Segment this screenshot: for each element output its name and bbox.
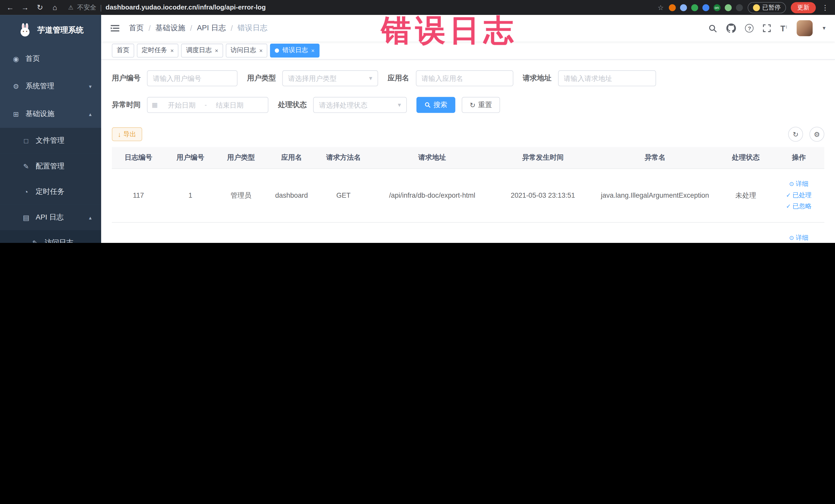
user-avatar[interactable] bbox=[797, 20, 813, 36]
search-button[interactable]: 搜索 bbox=[416, 97, 455, 113]
tab-item[interactable]: 定时任务 × bbox=[137, 43, 179, 57]
column-header: 异常名 bbox=[592, 147, 718, 168]
help-icon[interactable]: ? bbox=[745, 24, 754, 32]
end-date-input[interactable] bbox=[208, 101, 251, 109]
detail-link[interactable]: ⊙ 详细 bbox=[775, 233, 822, 243]
sidebar-item[interactable]: ✎ 配置管理 bbox=[0, 153, 101, 179]
paused-pill[interactable]: 已暂停 bbox=[748, 2, 786, 13]
extension-icon-green-circle[interactable] bbox=[691, 4, 698, 11]
system-icon: ⚙ bbox=[12, 82, 20, 90]
export-button[interactable]: ↓ 导出 bbox=[112, 127, 142, 141]
user-type-select[interactable] bbox=[282, 70, 378, 86]
refresh-icon: ↻ bbox=[470, 101, 476, 108]
mark-ignored-link[interactable]: ✓ 已忽略 bbox=[775, 201, 822, 212]
sidebar-item[interactable]: ⚙ 系统管理 ▾ bbox=[0, 73, 101, 100]
hamburger-icon[interactable] bbox=[109, 23, 120, 33]
tab-item[interactable]: 错误日志 × bbox=[270, 43, 319, 57]
sidebar-item[interactable]: ◉ 首页 bbox=[0, 45, 101, 73]
request-url-input[interactable] bbox=[558, 70, 656, 86]
fullscreen-icon[interactable] bbox=[763, 24, 771, 32]
column-settings-button[interactable]: ⚙ bbox=[809, 127, 824, 142]
date-range-picker[interactable]: ▦ - bbox=[147, 97, 268, 113]
sidebar-item-label: API 日志 bbox=[36, 213, 64, 222]
search-icon[interactable] bbox=[709, 24, 717, 33]
column-header: 用户编号 bbox=[165, 147, 216, 168]
chrome-right-cluster: ☆ on 已暂停 bbox=[658, 2, 830, 13]
search-icon bbox=[424, 102, 431, 108]
back-icon[interactable]: ← bbox=[5, 3, 15, 12]
extension-icon-blue-grid[interactable] bbox=[702, 4, 709, 11]
tab-item[interactable]: 调度日志 × bbox=[181, 43, 223, 57]
user-type-label: 用户类型 bbox=[247, 74, 276, 83]
breadcrumb-item[interactable]: 基础设施 bbox=[156, 23, 185, 33]
cell-actions: ⊙ 详细 ✓ 已处理 ✓ 已忽略 bbox=[773, 222, 824, 243]
home-icon[interactable]: ⌂ bbox=[50, 3, 60, 12]
cell-log-id: 117 bbox=[112, 168, 165, 222]
file-icon: □ bbox=[22, 137, 30, 144]
table-row: 116 1 管理员 dashboard GET /api/infra/db-do… bbox=[112, 222, 824, 243]
breadcrumb-item[interactable]: 错误日志 bbox=[238, 23, 267, 33]
github-icon[interactable] bbox=[727, 23, 736, 33]
extension-icon-leaf[interactable] bbox=[725, 4, 731, 11]
user-id-input[interactable] bbox=[147, 70, 238, 86]
tab-item[interactable]: 首页 bbox=[112, 43, 134, 57]
reload-icon[interactable]: ↻ bbox=[35, 3, 45, 12]
column-header: 应用名 bbox=[266, 147, 317, 168]
chevron-icon: ▴ bbox=[89, 111, 95, 117]
sidebar-item-label: 首页 bbox=[26, 54, 40, 63]
filter-form: 用户编号 用户类型 ▼ 应用名 请 bbox=[101, 60, 835, 123]
cell-user-id: 1 bbox=[165, 168, 216, 222]
tab-item[interactable]: 访问日志 × bbox=[226, 43, 267, 57]
app-name-input[interactable] bbox=[415, 70, 513, 86]
address-bar[interactable]: ⚠ 不安全 | dashboard.yudao.iocoder.cn/infra… bbox=[68, 3, 652, 12]
screen: ← → ↻ ⌂ ⚠ 不安全 | dashboard.yudao.iocoder.… bbox=[0, 0, 835, 243]
column-header: 日志编号 bbox=[112, 147, 165, 168]
cell-method: GET bbox=[317, 222, 370, 243]
security-label: 不安全 bbox=[77, 3, 97, 12]
extension-icon-on-badge[interactable]: on bbox=[713, 4, 720, 11]
extension-icon-lightblue[interactable] bbox=[680, 4, 687, 11]
sidebar-item[interactable]: ⊞ 基础设施 ▴ bbox=[0, 100, 101, 128]
logo-area[interactable]: 芋道管理系统 bbox=[0, 15, 101, 45]
bookmark-star-icon[interactable]: ☆ bbox=[658, 3, 664, 11]
avatar-caret-icon[interactable]: ▼ bbox=[822, 26, 827, 31]
sidebar-item[interactable]: ✎ 访问日志 bbox=[0, 230, 101, 243]
refresh-table-button[interactable]: ↻ bbox=[788, 127, 803, 142]
tab-close-icon[interactable]: × bbox=[170, 47, 174, 54]
chrome-menu-icon[interactable]: ⋮ bbox=[821, 3, 830, 11]
sidebar-item[interactable]: ▤ API 日志 ▴ bbox=[0, 205, 101, 230]
sidebar-item-label: 定时任务 bbox=[36, 187, 64, 196]
tab-close-icon[interactable]: × bbox=[259, 47, 263, 54]
table-toolbar: ↓ 导出 ↻ ⚙ bbox=[101, 123, 835, 147]
extension-icon-pin[interactable] bbox=[736, 4, 742, 11]
config-icon: ✎ bbox=[22, 162, 30, 170]
reset-button[interactable]: ↻ 重置 bbox=[462, 97, 500, 113]
detail-link[interactable]: ⊙ 详细 bbox=[775, 178, 822, 190]
process-status-select[interactable] bbox=[313, 97, 407, 113]
sidebar-item[interactable]: ◔ 定时任务 bbox=[0, 179, 101, 205]
mark-processed-link[interactable]: ✓ 已处理 bbox=[775, 190, 822, 201]
eye-icon: ⊙ bbox=[789, 233, 794, 243]
sidebar-item[interactable]: □ 文件管理 bbox=[0, 128, 101, 154]
tab-close-icon[interactable]: × bbox=[215, 47, 218, 54]
cell-exception-name: java.lang.IllegalArgumentException bbox=[592, 222, 718, 243]
sidebar-item-label: 系统管理 bbox=[26, 81, 55, 91]
extension-icon-orange[interactable] bbox=[669, 4, 676, 11]
column-header: 操作 bbox=[773, 147, 824, 168]
tab-close-icon[interactable]: × bbox=[311, 47, 314, 54]
top-navbar: 首页/ 基础设施/ API 日志/ 错误日志/ bbox=[101, 15, 835, 42]
forward-icon[interactable]: → bbox=[20, 3, 30, 12]
access-log-icon: ✎ bbox=[31, 239, 39, 243]
start-date-input[interactable] bbox=[160, 101, 204, 109]
column-header: 处理状态 bbox=[718, 147, 773, 168]
sidebar-item-label: 文件管理 bbox=[36, 136, 64, 145]
breadcrumb-item[interactable]: 首页 bbox=[129, 23, 144, 33]
cell-exception-name: java.lang.IllegalArgumentException bbox=[592, 168, 718, 222]
breadcrumb-item[interactable]: API 日志 bbox=[197, 23, 226, 33]
font-size-icon[interactable]: T↕ bbox=[780, 24, 788, 33]
update-button[interactable]: 更新 bbox=[791, 2, 816, 13]
tab-label: 调度日志 bbox=[186, 46, 212, 55]
chevron-icon: ▾ bbox=[89, 83, 95, 89]
error-log-table: 日志编号用户编号用户类型应用名请求方法名请求地址异常发生时间异常名处理状态操作 … bbox=[112, 147, 824, 243]
filter-row-2: 异常时间 ▦ - 处理状态 ▼ bbox=[112, 97, 824, 113]
